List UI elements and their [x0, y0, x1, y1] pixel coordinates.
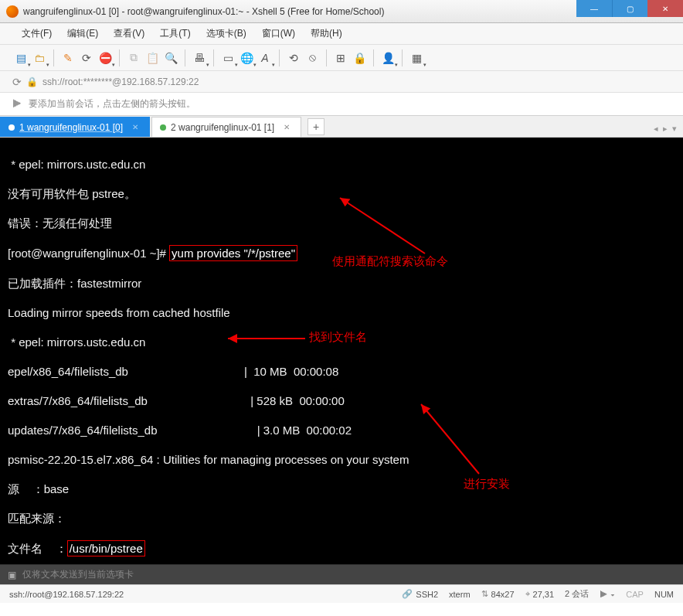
size-icon: ⇅ [481, 589, 488, 599]
app-icon [6, 5, 19, 18]
tab-next-icon[interactable]: ▸ [663, 124, 668, 134]
maximize-button[interactable]: ▢ [612, 0, 647, 17]
hint-text: 要添加当前会话，点击左侧的箭头按钮。 [29, 97, 195, 111]
session-tab-1[interactable]: 1 wangruifenglinux-01 [0] ✕ [0, 117, 150, 137]
separator [279, 49, 280, 66]
status-ssh: SSH2 [416, 590, 438, 599]
annotation-text: 进行安装 [464, 476, 510, 491]
cursor-icon: ⌖ [525, 589, 530, 599]
hint-flag-icon[interactable]: ⯈ [12, 98, 22, 110]
menu-bar: 文件(F) 编辑(E) 查看(V) 工具(T) 选项卡(B) 窗口(W) 帮助(… [0, 23, 683, 45]
hint-bar: ⯈ 要添加当前会话，点击左侧的箭头按钮。 [0, 93, 683, 116]
menu-tools[interactable]: 工具(T) [154, 26, 196, 42]
separator [53, 49, 54, 66]
terminal-line: psmisc-22.20-15.el7.x86_64 : Utilities f… [8, 452, 675, 467]
tab-nav: ◂ ▸ ▾ [654, 124, 677, 134]
terminal-line: 没有可用软件包 pstree。 [8, 186, 675, 201]
highlighted-filename: /usr/bin/pstree [67, 540, 145, 556]
new-tab-button[interactable]: + [308, 118, 325, 135]
reconnect-icon[interactable]: ⟳ [78, 49, 95, 66]
compose-bar[interactable]: ▣ 仅将文本发送到当前选项卡 [0, 564, 683, 584]
label: 文件名 ： [8, 542, 67, 555]
menu-help[interactable]: 帮助(H) [304, 26, 348, 42]
disconnect-icon[interactable]: ⛔▾ [97, 49, 114, 66]
status-dot-icon [160, 124, 166, 131]
status-num: NUM [654, 590, 674, 599]
separator [402, 49, 403, 66]
nav-icon[interactable]: ⯈ ▾ [600, 590, 615, 599]
properties-icon[interactable]: ▭▾ [219, 49, 236, 66]
font-icon[interactable]: A▾ [257, 49, 274, 66]
terminal-line: 错误：无须任何处理 [8, 216, 675, 230]
separator [213, 49, 214, 66]
separator [326, 49, 327, 66]
new-session-icon[interactable]: ▤▾ [12, 49, 29, 66]
tab-close-icon[interactable]: ✕ [284, 123, 290, 131]
minimize-button[interactable]: — [576, 0, 612, 17]
globe-icon[interactable]: 🌐▾ [238, 49, 255, 66]
window-title: wangruifenglinux-01 [0] - root@wangruife… [23, 6, 384, 17]
window-controls: — ▢ ✕ [576, 0, 683, 17]
terminal-line: epel/x86_64/filelists_db | 10 MB 00:00:0… [8, 364, 675, 379]
menu-file[interactable]: 文件(F) [15, 26, 58, 42]
tab-label: 1 wangruifenglinux-01 [0] [19, 122, 123, 133]
terminal-line: Loading mirror speeds from cached hostfi… [8, 305, 675, 320]
highlighted-command: yum provides "/*/pstree" [169, 245, 297, 261]
separator [119, 49, 120, 66]
session-tab-2[interactable]: 2 wangruifenglinux-01 [1] ✕ [151, 117, 301, 137]
terminal-line: * epel: mirrors.ustc.edu.cn [8, 157, 675, 172]
terminal-line: updates/7/x86_64/filelists_db | 3.0 MB 0… [8, 423, 675, 437]
status-dot-icon [8, 124, 15, 131]
highlighter-icon[interactable]: ✎ [59, 49, 76, 66]
tab-label: 2 wangruifenglinux-01 [1] [171, 122, 274, 133]
address-text[interactable]: ssh://root:********@192.168.57.129:22 [42, 77, 199, 87]
tab-list-icon[interactable]: ▾ [672, 124, 677, 134]
status-cap: CAP [626, 590, 644, 599]
menu-window[interactable]: 窗口(W) [256, 26, 301, 42]
toolbar: ▤▾ 🗀▾ ✎ ⟳ ⛔▾ ⧉ 📋 🔍 🖶▾ ▭▾ 🌐▾ A▾ ⟲ ⦸ ⊞ 🔒 👤… [0, 45, 683, 71]
terminal-line: 匹配来源： [8, 511, 675, 526]
tab-prev-icon[interactable]: ◂ [654, 124, 658, 134]
terminal-line: 文件名 ：/usr/bin/pstree [8, 540, 675, 556]
print-icon[interactable]: 🖶▾ [191, 49, 208, 66]
compose-icon: ▣ [8, 570, 16, 580]
tile-icon[interactable]: ⊞ [332, 49, 349, 66]
status-sessions: 2 会话 [565, 588, 589, 600]
compose-placeholder: 仅将文本发送到当前选项卡 [22, 568, 134, 581]
status-address: ssh://root@192.168.57.129:22 [9, 590, 124, 599]
copy-icon[interactable]: ⧉ [125, 49, 142, 66]
tab-close-icon[interactable]: ✕ [132, 123, 138, 131]
terminal-line: extras/7/x86_64/filelists_db | 528 kB 00… [8, 393, 675, 408]
ssl-lock-icon: 🔒 [26, 77, 38, 87]
user-icon[interactable]: 👤▾ [379, 49, 396, 66]
paste-icon[interactable]: 📋 [144, 49, 161, 66]
prompt: [root@wangruifenglinux-01 ~]# [8, 247, 169, 260]
menu-view[interactable]: 查看(V) [107, 26, 151, 42]
refresh-icon[interactable]: ⟲ [285, 49, 302, 66]
terminal-line: 已加载插件：fastestmirror [8, 276, 675, 291]
find-icon[interactable]: 🔍 [162, 49, 179, 66]
status-size: 84x27 [491, 590, 515, 599]
tab-strip: 1 wangruifenglinux-01 [0] ✕ 2 wangruifen… [0, 116, 683, 138]
open-icon[interactable]: 🗀▾ [31, 49, 48, 66]
reload-icon[interactable]: ⟳ [12, 76, 22, 88]
window-titlebar: wangruifenglinux-01 [0] - root@wangruife… [0, 0, 683, 23]
menu-tabs[interactable]: 选项卡(B) [200, 26, 253, 42]
status-cursor: 27,31 [533, 590, 555, 599]
separator [185, 49, 185, 66]
lock-icon[interactable]: 🔒 [351, 49, 368, 66]
layout-icon[interactable]: ▦▾ [408, 49, 425, 66]
close-button[interactable]: ✕ [647, 0, 683, 17]
status-bar: ssh://root@192.168.57.129:22 🔗SSH2 xterm… [0, 584, 683, 603]
address-bar: ⟳ 🔒 ssh://root:********@192.168.57.129:2… [0, 71, 683, 93]
terminal-line: 源 ：base [8, 482, 675, 496]
menu-edit[interactable]: 编辑(E) [61, 26, 104, 42]
terminal-output[interactable]: * epel: mirrors.ustc.edu.cn 没有可用软件包 pstr… [0, 138, 683, 564]
annotation-text: 找到文件名 [309, 329, 367, 344]
stop-icon[interactable]: ⦸ [304, 49, 321, 66]
link-icon: 🔗 [402, 589, 413, 599]
separator [373, 49, 374, 66]
annotation-text: 使用通配符搜索该命令 [332, 254, 448, 268]
status-term: xterm [449, 590, 471, 599]
